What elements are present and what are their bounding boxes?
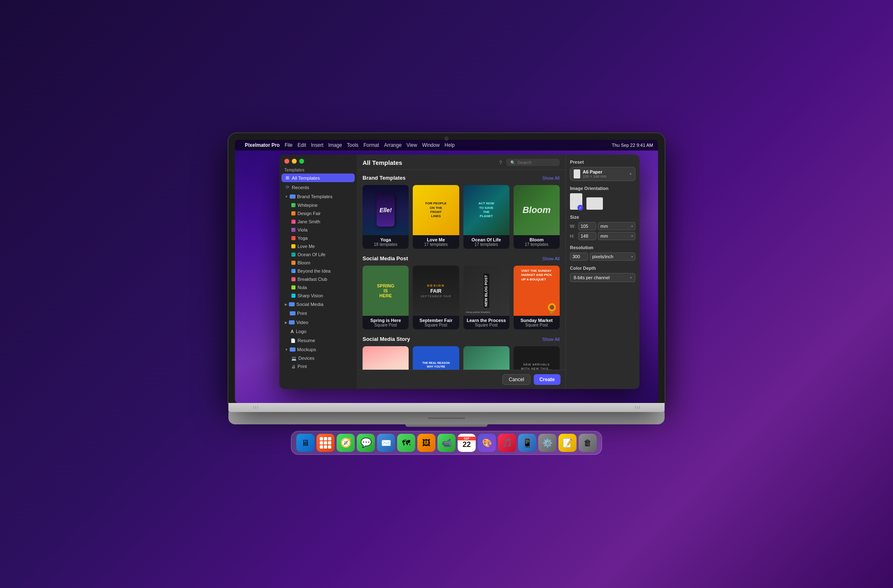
color-depth-dropdown[interactable]: 8-bits per channel ▾ bbox=[570, 273, 635, 282]
sidebar-item-breakfast-club[interactable]: Breakfast Club bbox=[281, 275, 355, 283]
dock-icon-notes[interactable]: 📝 bbox=[558, 434, 577, 452]
sidebar-item-print[interactable]: Print bbox=[281, 309, 355, 317]
mm-unit-dropdown-w[interactable]: mm ▾ bbox=[598, 222, 635, 230]
sunday-text: Visit the Sundaymarket and pickup a bouq… bbox=[521, 269, 552, 282]
menu-view[interactable]: View bbox=[407, 142, 417, 148]
macbook-stand bbox=[405, 424, 488, 427]
dock-icon-settings[interactable]: ⚙️ bbox=[538, 434, 556, 452]
menu-format[interactable]: Format bbox=[363, 142, 379, 148]
dock: 🖥 🧭 💬 ✉️ 🗺 🖼 📹 SEP 22 🎨 🎵 📱 bbox=[291, 431, 602, 455]
dock-icon-music[interactable]: 🎵 bbox=[498, 434, 516, 452]
chevron-right-video-icon: ▶ bbox=[285, 321, 287, 324]
mm-unit-dropdown-h[interactable]: mm ▾ bbox=[598, 232, 635, 240]
sidebar-item-all-templates[interactable]: ⊞ All Templates bbox=[281, 174, 355, 182]
template-card-yoga[interactable]: Elle! Yoga 18 templates bbox=[363, 185, 409, 249]
template-card-spring[interactable]: SPRINGISHERE Spring is Here Square Post bbox=[363, 266, 409, 329]
menu-window[interactable]: Window bbox=[422, 142, 440, 148]
sidebar-item-bloom[interactable]: Bloom bbox=[281, 259, 355, 266]
sidebar-item-whitepine[interactable]: Whitepine bbox=[281, 201, 355, 209]
dock-icon-maps[interactable]: 🗺 bbox=[397, 434, 415, 452]
sidebar-item-resume[interactable]: 📄 Resume bbox=[281, 336, 355, 345]
menu-help[interactable]: Help bbox=[444, 142, 455, 148]
template-card-story3[interactable] bbox=[463, 346, 509, 370]
color-depth-value: 8-bits per channel bbox=[574, 275, 609, 280]
sidebar-item-yoga[interactable]: Yoga bbox=[281, 234, 355, 242]
menu-datetime: Thu Sep 22 9:41 AM bbox=[612, 143, 653, 148]
orientation-portrait-option[interactable]: ✓ bbox=[570, 193, 582, 210]
dock-icon-mail[interactable]: ✉️ bbox=[377, 434, 395, 452]
dock-icon-finder[interactable]: 🖥 bbox=[296, 434, 314, 452]
menu-tools[interactable]: Tools bbox=[347, 142, 358, 148]
resolution-input[interactable] bbox=[570, 252, 588, 261]
orientation-landscape-option[interactable] bbox=[586, 197, 603, 210]
minimize-button[interactable] bbox=[292, 159, 297, 164]
help-icon[interactable]: ? bbox=[499, 160, 502, 166]
width-input[interactable] bbox=[578, 222, 596, 230]
menu-insert[interactable]: Insert bbox=[311, 142, 323, 148]
sidebar-item-viola[interactable]: Viola bbox=[281, 226, 355, 234]
dock-icon-facetime[interactable]: 📹 bbox=[437, 434, 456, 452]
dock-icon-trash[interactable]: 🗑 bbox=[579, 434, 597, 452]
sidebar-item-logo[interactable]: A Logo bbox=[281, 327, 355, 336]
search-bar[interactable]: 🔍 bbox=[506, 159, 560, 166]
sidebar-item-design-fair[interactable]: Design Fair bbox=[281, 210, 355, 217]
create-button[interactable]: Create bbox=[534, 374, 560, 385]
template-card-story1[interactable] bbox=[363, 346, 409, 370]
yoga-color-icon bbox=[291, 236, 295, 240]
brand-show-all-button[interactable]: Show All bbox=[542, 176, 560, 181]
menu-image[interactable]: Image bbox=[328, 142, 342, 148]
template-card-sunday[interactable]: Visit the Sundaymarket and pickup a bouq… bbox=[514, 266, 560, 329]
template-card-ocean-of-life[interactable]: ACT NOWTO SAVETHEPLANET Ocean Of Life 17… bbox=[463, 185, 509, 249]
resolution-unit-dropdown[interactable]: pixels/inch ▾ bbox=[590, 252, 635, 261]
template-card-september[interactable]: DESIGN FAIR September Fair September Fai… bbox=[413, 266, 459, 329]
dock-icon-appstore[interactable]: 📱 bbox=[518, 434, 536, 452]
preset-name: A6 Paper bbox=[583, 169, 627, 174]
template-card-story2[interactable]: THE REAL REASONWHY YOU'RESINGLE bbox=[413, 346, 459, 370]
sidebar-item-video[interactable]: ▶ Video bbox=[281, 318, 355, 326]
sidebar-item-print2[interactable]: 🖨 Print bbox=[281, 363, 355, 370]
sidebar-item-social-media[interactable]: ▶ Social Media bbox=[281, 300, 355, 308]
sidebar-item-recents[interactable]: ⟳ Recents bbox=[281, 183, 355, 192]
template-card-love-me[interactable]: FOR PEOPLEON THEFRONTLINES Love Me 17 te… bbox=[413, 185, 459, 249]
close-button[interactable] bbox=[284, 159, 289, 164]
sidebar-item-devices[interactable]: 💻 Devices bbox=[281, 354, 355, 362]
sidebar-item-jane-smith[interactable]: Jane Smith bbox=[281, 218, 355, 225]
height-input[interactable] bbox=[578, 232, 596, 240]
sidebar-item-love-me[interactable]: Love Me bbox=[281, 243, 355, 250]
spring-name: Spring is Here bbox=[366, 318, 405, 323]
sidebar-item-beyond-the-idea[interactable]: Beyond the Idea bbox=[281, 267, 355, 275]
sidebar-item-sharp-vision[interactable]: Sharp Vision bbox=[281, 292, 355, 299]
dock-icon-launchpad[interactable] bbox=[316, 434, 335, 452]
dock-icon-photos[interactable]: 🖼 bbox=[417, 434, 435, 452]
dock-icon-messages[interactable]: 💬 bbox=[357, 434, 375, 452]
dock-icon-safari[interactable]: 🧭 bbox=[337, 434, 355, 452]
template-card-bloom[interactable]: Bloom Bloom 17 templates bbox=[514, 185, 560, 249]
social-section-title: Social Media Post bbox=[363, 255, 408, 262]
newblog-label-bar: Learn the Process Square Post bbox=[463, 316, 509, 329]
sidebar-item-brand-templates[interactable]: ▼ Brand Templates bbox=[281, 192, 355, 201]
search-input[interactable] bbox=[517, 160, 556, 165]
folder-video-icon bbox=[289, 320, 295, 324]
maximize-button[interactable] bbox=[299, 159, 304, 164]
sidebar-item-ocean-of-life[interactable]: Ocean Of Life bbox=[281, 251, 355, 258]
dock-icon-calendar[interactable]: SEP 22 bbox=[458, 434, 476, 452]
template-card-newblog[interactable]: NEW BLOG POST Using palette breakers Lea… bbox=[463, 266, 509, 329]
cancel-button[interactable]: Cancel bbox=[502, 374, 530, 385]
story4-thumb: NEW ARRIVALSwith new this... bbox=[514, 346, 560, 370]
app-name[interactable]: Pixelmator Pro bbox=[245, 142, 280, 148]
dock-icon-pixelmator[interactable]: 🎨 bbox=[478, 434, 496, 452]
preset-info: A6 Paper 105 × 148 mm bbox=[583, 169, 627, 178]
social-show-all-button[interactable]: Show All bbox=[542, 256, 560, 261]
design-fair-color-icon bbox=[291, 211, 295, 215]
love-me-color-icon bbox=[291, 244, 295, 248]
menu-arrange[interactable]: Arrange bbox=[384, 142, 402, 148]
resolution-unit-chevron: ▾ bbox=[631, 255, 633, 259]
menu-file[interactable]: File bbox=[285, 142, 293, 148]
story-show-all-button[interactable]: Show All bbox=[542, 337, 560, 342]
menu-edit[interactable]: Edit bbox=[298, 142, 306, 148]
sidebar-item-mockups[interactable]: ▼ Mockups bbox=[281, 345, 355, 354]
size-section: Size W: mm ▾ H: bbox=[570, 215, 635, 240]
sidebar-item-nula[interactable]: Nula bbox=[281, 284, 355, 291]
preset-dropdown[interactable]: A6 Paper 105 × 148 mm ▾ bbox=[570, 167, 635, 181]
template-card-story4[interactable]: NEW ARRIVALSwith new this... bbox=[514, 346, 560, 370]
